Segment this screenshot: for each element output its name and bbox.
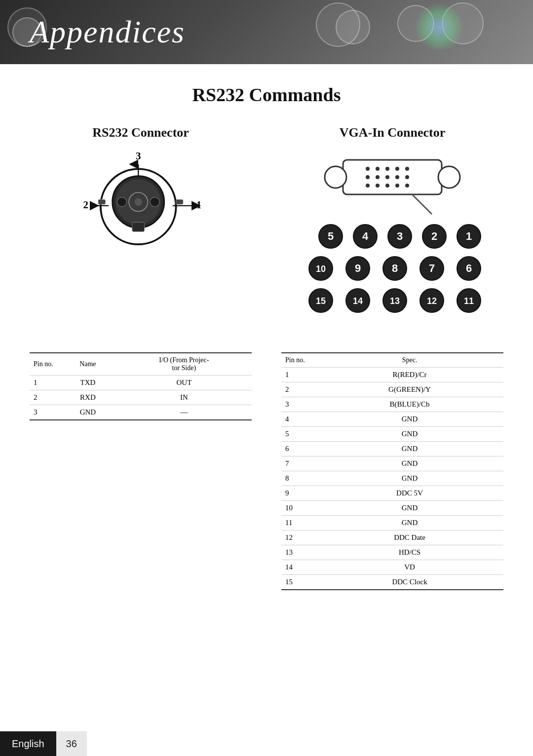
- vga-col-spec: Spec.: [316, 353, 503, 368]
- svg-point-21: [385, 167, 389, 171]
- vga-diagram: 5 4 3 2 1 10 9 8: [281, 150, 503, 323]
- svg-text:1: 1: [196, 199, 202, 211]
- footer-language: English: [0, 731, 56, 756]
- vga-svg: 5 4 3 2 1 10 9 8: [294, 150, 491, 323]
- svg-point-26: [385, 175, 389, 179]
- svg-text:10: 10: [316, 264, 326, 274]
- svg-text:2: 2: [431, 230, 437, 242]
- svg-point-28: [405, 175, 409, 179]
- table-row: 7GND: [281, 456, 503, 471]
- table-row: 4GND: [281, 412, 503, 427]
- svg-text:2: 2: [83, 199, 89, 211]
- rs232-svg: 3 1 2: [76, 152, 205, 256]
- svg-text:3: 3: [397, 230, 403, 242]
- svg-rect-16: [343, 160, 442, 194]
- svg-text:8: 8: [392, 262, 398, 274]
- svg-line-34: [412, 194, 432, 214]
- svg-rect-15: [176, 199, 183, 204]
- svg-point-19: [366, 167, 370, 171]
- svg-point-27: [395, 175, 399, 179]
- footer-page-number: 36: [56, 731, 87, 756]
- table-row: 3B(BLUE)/Cb: [281, 397, 503, 412]
- table-row: 5GND: [281, 427, 503, 442]
- svg-point-25: [376, 175, 380, 179]
- svg-text:12: 12: [427, 296, 437, 306]
- svg-point-30: [376, 184, 380, 188]
- vga-table-col: Pin no. Spec. 1R(RED)/Cr2G(GREEN)/Y3B(BL…: [281, 352, 503, 590]
- table-row: 15DDC Clock: [281, 575, 503, 590]
- rs232-table-col: Pin no. Name I/O (From Projec-tor Side) …: [30, 352, 252, 590]
- vga-heading: VGA-In Connector: [281, 125, 503, 140]
- svg-text:13: 13: [390, 296, 400, 306]
- table-row: 2G(GREEN)/Y: [281, 382, 503, 397]
- svg-point-22: [395, 167, 399, 171]
- svg-text:3: 3: [136, 152, 141, 162]
- vga-table: Pin no. Spec. 1R(RED)/Cr2G(GREEN)/Y3B(BL…: [281, 352, 503, 590]
- page-title: RS232 Commands: [30, 84, 503, 106]
- svg-point-29: [366, 184, 370, 188]
- svg-point-23: [405, 167, 409, 171]
- svg-text:9: 9: [355, 262, 361, 274]
- table-row: 1TXDOUT: [30, 376, 252, 390]
- table-row: 2RXDIN: [30, 390, 252, 405]
- svg-point-31: [385, 184, 389, 188]
- svg-point-33: [405, 184, 409, 188]
- rs232-heading: RS232 Connector: [30, 125, 252, 140]
- svg-point-10: [135, 198, 142, 206]
- svg-text:15: 15: [316, 296, 326, 306]
- table-row: 9DDC 5V: [281, 486, 503, 501]
- rs232-col-io: I/O (From Projec-tor Side): [116, 353, 252, 376]
- rs232-diagram: 3 1 2: [30, 150, 252, 259]
- svg-text:5: 5: [328, 230, 334, 242]
- footer: English 36: [0, 731, 533, 756]
- table-row: 1R(RED)/Cr: [281, 368, 503, 382]
- svg-rect-14: [98, 199, 105, 204]
- tables-section: Pin no. Name I/O (From Projec-tor Side) …: [30, 352, 503, 590]
- svg-rect-13: [132, 222, 145, 231]
- svg-point-12: [150, 197, 159, 207]
- table-row: 8GND: [281, 471, 503, 486]
- svg-text:7: 7: [429, 262, 435, 274]
- svg-text:1: 1: [466, 230, 472, 242]
- rs232-table: Pin no. Name I/O (From Projec-tor Side) …: [30, 352, 252, 420]
- svg-point-32: [395, 184, 399, 188]
- page-section-title: Appendices: [30, 14, 185, 50]
- table-row: 14VD: [281, 560, 503, 575]
- svg-text:11: 11: [464, 296, 474, 306]
- vga-connector-col: VGA-In Connector: [281, 125, 503, 333]
- deco-circle-4: [336, 10, 370, 44]
- svg-text:14: 14: [353, 296, 363, 306]
- svg-point-18: [438, 166, 460, 188]
- svg-point-17: [325, 166, 346, 188]
- table-row: 12DDC Date: [281, 530, 503, 545]
- table-row: 3GND—: [30, 405, 252, 420]
- lens-flare: [415, 2, 464, 52]
- main-content: RS232 Commands RS232 Connector 3 1 2: [0, 64, 533, 610]
- svg-text:4: 4: [362, 230, 369, 242]
- header: Appendices: [0, 0, 533, 64]
- rs232-col-pinno: Pin no.: [30, 353, 59, 376]
- connectors-section: RS232 Connector 3 1 2: [30, 125, 503, 333]
- svg-point-24: [366, 175, 370, 179]
- svg-point-11: [117, 197, 126, 207]
- svg-text:6: 6: [466, 262, 472, 274]
- rs232-connector-col: RS232 Connector 3 1 2: [30, 125, 252, 333]
- rs232-col-name: Name: [59, 353, 116, 376]
- table-row: 13HD/CS: [281, 545, 503, 560]
- svg-point-20: [376, 167, 380, 171]
- table-row: 6GND: [281, 442, 503, 456]
- table-row: 10GND: [281, 501, 503, 516]
- vga-col-pinno: Pin no.: [281, 353, 316, 368]
- table-row: 11GND: [281, 516, 503, 530]
